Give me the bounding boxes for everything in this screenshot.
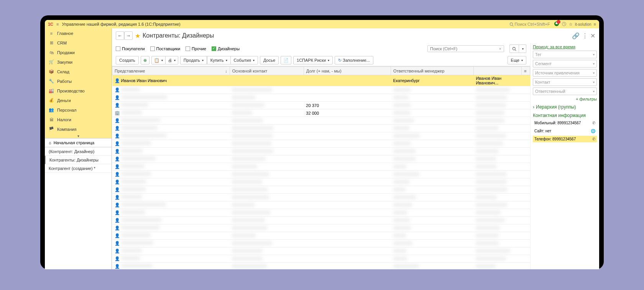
- col-list-icon[interactable]: ≡: [521, 67, 530, 75]
- link-icon[interactable]: 🔗: [572, 32, 580, 40]
- favorite-star-icon[interactable]: ★: [135, 32, 140, 40]
- sidebar-item[interactable]: 🏴Компания: [45, 124, 112, 134]
- svg-point-0: [510, 23, 513, 25]
- sell-button[interactable]: Продать▾: [180, 56, 207, 64]
- sidebar-item[interactable]: 🏭Производство: [45, 86, 112, 96]
- more-button[interactable]: Еще▾: [508, 56, 526, 64]
- search-button[interactable]: [509, 44, 519, 53]
- user-name: it-solution: [575, 22, 591, 26]
- create-folder-button[interactable]: ⊕: [141, 56, 150, 64]
- table-row[interactable]: 👤: [112, 140, 530, 148]
- table-row[interactable]: 👤: [112, 247, 530, 255]
- svg-line-1: [512, 25, 513, 26]
- table-row[interactable]: 👤: [112, 94, 530, 102]
- table-row[interactable]: 🏢 32 000: [112, 109, 530, 117]
- table-row[interactable]: 👤: [112, 240, 530, 247]
- sidebar-item[interactable]: ≡Главное: [45, 28, 112, 38]
- filter-tag[interactable]: Тег▾: [533, 51, 597, 58]
- sidebar-item[interactable]: 📦Склад: [45, 67, 112, 76]
- table-row[interactable]: 👤: [112, 209, 530, 217]
- table-row[interactable]: 👤: [112, 224, 530, 232]
- col-extra[interactable]: [473, 67, 521, 75]
- filter-responsible[interactable]: Ответственный▾: [533, 87, 597, 95]
- home-page-link[interactable]: ⌂ Начальная страница: [45, 138, 112, 147]
- contractors-table: Представление ↓ Основной контакт Долг (+…: [112, 66, 530, 269]
- fill-button[interactable]: ↻ Заполнение...: [335, 56, 373, 64]
- dossier-button[interactable]: Досье: [260, 56, 279, 64]
- hierarchy-header[interactable]: ›Иерархия (группы): [533, 104, 597, 110]
- svg-point-4: [513, 47, 515, 50]
- sidebar-item[interactable]: 🛍Продажи: [45, 48, 112, 57]
- nav-forward-button[interactable]: →: [124, 31, 133, 40]
- open-page-item[interactable]: (Контрагент: Дизайнер): [45, 147, 112, 156]
- table-row[interactable]: 👤: [112, 125, 530, 132]
- search-dropdown[interactable]: ▾: [519, 44, 526, 53]
- table-row[interactable]: 👤: [112, 148, 530, 155]
- doc-button[interactable]: 📄: [281, 56, 291, 64]
- events-button[interactable]: События▾: [231, 56, 258, 64]
- table-row[interactable]: 👤: [112, 178, 530, 186]
- table-row[interactable]: 👤: [112, 186, 530, 194]
- contact-site[interactable]: Сайт: нет 🌐: [533, 128, 597, 134]
- menu-icon[interactable]: ≡: [56, 22, 59, 26]
- col-contact[interactable]: Основной контакт: [230, 67, 304, 75]
- nav-back-button[interactable]: ←: [116, 31, 124, 40]
- filter-segment[interactable]: Сегмент▾: [533, 60, 597, 68]
- copy-button[interactable]: 📋▾: [151, 56, 166, 64]
- favorites-icon[interactable]: ☆: [569, 22, 573, 27]
- table-row[interactable]: 👤: [112, 132, 530, 140]
- filter-suppliers[interactable]: Поставщики: [150, 46, 181, 51]
- sidebar-item[interactable]: 💰Деньги: [45, 96, 112, 105]
- sidebar-item[interactable]: 🏛Налоги: [45, 115, 112, 124]
- title-bar: 1С ≡ Управление нашей фирмой, редакция 1…: [45, 20, 599, 28]
- table-row[interactable]: 👤 20 370: [112, 102, 530, 109]
- table-row[interactable]: 👤: [112, 117, 530, 125]
- svg-line-5: [515, 49, 516, 51]
- filter-other[interactable]: Прочие: [186, 46, 206, 51]
- col-debt[interactable]: Долг (+ нам, - мы): [304, 67, 391, 75]
- table-row[interactable]: 👤: [112, 86, 530, 94]
- table-row[interactable]: 👤: [112, 194, 530, 201]
- table-row[interactable]: 👤 Иванов Иван ИвановичЕкатеринбургИванов…: [112, 75, 530, 86]
- more-filters-link[interactable]: + фильтры: [533, 97, 597, 101]
- print-button[interactable]: 🖨▾: [166, 56, 178, 64]
- create-button[interactable]: Создать: [116, 56, 139, 64]
- notifications-icon[interactable]: [554, 21, 559, 27]
- col-manager[interactable]: Ответственный менеджер: [391, 67, 474, 75]
- table-row[interactable]: 👤: [112, 263, 530, 270]
- settings-icon[interactable]: ≡: [594, 22, 596, 26]
- table-search[interactable]: ×: [427, 45, 504, 52]
- table-row[interactable]: 👤: [112, 201, 530, 209]
- filter-source[interactable]: Источник привлечения▾: [533, 69, 597, 77]
- table-row[interactable]: 👤: [112, 255, 530, 263]
- filter-designers[interactable]: Дизайнеры: [212, 46, 240, 51]
- nav-icon: 🏴: [49, 127, 54, 132]
- contact-phone[interactable]: Телефон: 89991234567 ✆: [533, 136, 597, 142]
- buy-button[interactable]: Купить▾: [207, 56, 231, 64]
- contact-mobile[interactable]: Мобильный: 89991234567 ✆: [533, 120, 597, 126]
- table-row[interactable]: 👤: [112, 232, 530, 240]
- more-menu-icon[interactable]: ⋮: [582, 32, 588, 40]
- history-icon[interactable]: [562, 21, 567, 27]
- close-icon[interactable]: ✕: [590, 32, 595, 40]
- open-page-item[interactable]: Контрагенты: Дизайнеры: [45, 156, 112, 164]
- open-page-item[interactable]: Контрагент (создание) *: [45, 164, 112, 173]
- sidebar-item[interactable]: 👥Персонал: [45, 105, 112, 115]
- table-row[interactable]: 👤: [112, 163, 530, 171]
- spark-button[interactable]: 1СПАРК Риски▾: [293, 56, 333, 64]
- global-search[interactable]: Поиск Ctrl+Shift+F: [509, 22, 550, 26]
- table-row[interactable]: 👤: [112, 217, 530, 224]
- filter-contact[interactable]: Контакт▾: [533, 78, 597, 86]
- period-link[interactable]: Период: за все время: [533, 44, 597, 49]
- clear-search-icon[interactable]: ×: [499, 46, 501, 51]
- globe-icon[interactable]: 🌐: [591, 129, 595, 133]
- sidebar-item[interactable]: 🛒Закупки: [45, 57, 112, 67]
- phone-icon[interactable]: ✆: [592, 121, 595, 125]
- sidebar-item[interactable]: ⊞CRM: [45, 38, 112, 48]
- phone-icon[interactable]: ✆: [592, 137, 595, 141]
- right-panel: Период: за все время Тег▾ Сегмент▾ Источ…: [530, 43, 599, 269]
- table-row[interactable]: 👤: [112, 155, 530, 163]
- filter-buyers[interactable]: Покупатели: [116, 46, 145, 51]
- sidebar-item[interactable]: 🔧Работы: [45, 76, 112, 86]
- table-row[interactable]: 👤: [112, 171, 530, 178]
